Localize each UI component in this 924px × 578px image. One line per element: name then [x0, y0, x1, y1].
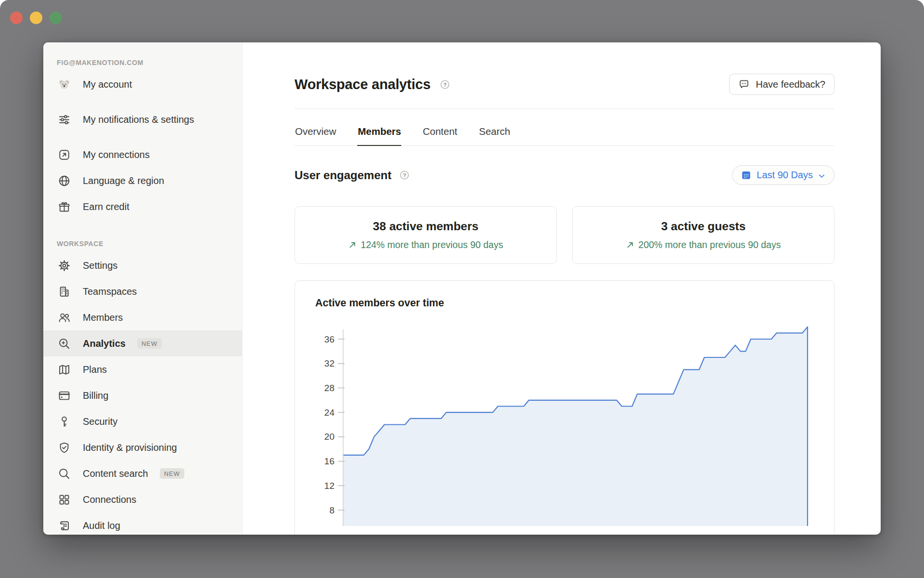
sidebar-item-label: Language & region: [83, 174, 164, 187]
svg-text:20: 20: [324, 432, 334, 442]
sidebar-item-label: Members: [83, 311, 123, 324]
sidebar-item-label: Identity & provisioning: [83, 441, 177, 454]
svg-text:8: 8: [329, 505, 334, 515]
sidebar-item-label: Billing: [83, 389, 108, 402]
active-guests-card: 3 active guests 200% more than previous …: [572, 206, 834, 264]
avatar-icon: [57, 77, 71, 92]
people-icon: [57, 310, 71, 325]
svg-text:16: 16: [324, 456, 334, 466]
sidebar-item-connections[interactable]: Connections: [43, 486, 242, 512]
account-section-label: FIG@MAKENOTION.COM: [43, 54, 242, 71]
sidebar-item-identity-provisioning[interactable]: Identity & provisioning: [43, 434, 242, 460]
active-members-card: 38 active members 124% more than previou…: [295, 206, 557, 264]
sidebar-item-my-connections[interactable]: My connections: [43, 142, 242, 168]
svg-text:28: 28: [324, 383, 334, 393]
sidebar-item-security[interactable]: Security: [43, 408, 242, 434]
svg-text:12: 12: [324, 481, 334, 491]
minimize-button[interactable]: [30, 12, 42, 24]
desktop-background: FIG@MAKENOTION.COM My accountMy notifica…: [0, 0, 924, 578]
sidebar-item-label: Content search: [83, 467, 148, 480]
svg-text:?: ?: [443, 81, 447, 87]
active-members-chart: 363228242016128: [295, 316, 834, 526]
page-header: Workspace analytics ? Have feedback?: [295, 73, 834, 95]
analytics-tabs: OverviewMembersContentSearch: [295, 121, 834, 146]
workspace-nav: SettingsTeamspacesMembersAnalyticsNEWPla…: [43, 252, 242, 535]
window-controls: [10, 12, 62, 24]
settings-sidebar: FIG@MAKENOTION.COM My accountMy notifica…: [43, 42, 243, 535]
sidebar-item-teamspaces[interactable]: Teamspaces: [43, 278, 242, 304]
user-engagement-heading: User engagement: [295, 169, 391, 182]
sidebar-item-label: Teamspaces: [83, 285, 137, 298]
sidebar-item-label: Connections: [83, 493, 136, 506]
active-members-value: 38 active members: [373, 220, 478, 233]
stat-cards-row: 38 active members 124% more than previou…: [295, 206, 834, 264]
tab-members[interactable]: Members: [357, 121, 401, 145]
sidebar-item-analytics[interactable]: AnalyticsNEW: [43, 330, 242, 356]
active-members-chart-card: Active members over time 363228242016128: [295, 280, 834, 535]
trend-up-icon: [626, 241, 634, 249]
gear-icon: [57, 258, 71, 273]
sidebar-item-label: Plans: [83, 363, 107, 376]
sidebar-item-billing[interactable]: Billing: [43, 382, 242, 408]
sidebar-item-plans[interactable]: Plans: [43, 356, 242, 382]
tab-content[interactable]: Content: [422, 121, 458, 145]
scroll-icon: [57, 518, 71, 533]
credit-card-icon: [57, 388, 71, 403]
sidebar-item-settings[interactable]: Settings: [43, 252, 242, 278]
active-members-delta: 124% more than previous 90 days: [348, 239, 503, 250]
help-icon[interactable]: ?: [439, 79, 450, 90]
active-guests-delta: 200% more than previous 90 days: [626, 239, 781, 250]
sliders-icon: [57, 112, 71, 127]
sidebar-item-label: Security: [83, 415, 117, 428]
engagement-help-icon[interactable]: ?: [399, 170, 410, 181]
map-icon: [57, 362, 71, 377]
account-nav: My accountMy notifications & settingsMy …: [43, 71, 242, 220]
new-badge: NEW: [160, 468, 184, 479]
sidebar-item-my-notifications-settings[interactable]: My notifications & settings: [43, 97, 242, 142]
workspace-section-label: WORKSPACE: [43, 235, 242, 252]
sidebar-item-earn-credit[interactable]: Earn credit: [43, 194, 242, 220]
user-engagement-row: User engagement ? Last 90 Days: [295, 165, 834, 185]
magnifier-sparkle-icon: [57, 336, 71, 351]
svg-text:?: ?: [403, 172, 407, 178]
feedback-bubble-icon: [738, 79, 750, 90]
close-button[interactable]: [10, 12, 23, 24]
sidebar-item-label: Earn credit: [83, 200, 129, 213]
sidebar-item-language-region[interactable]: Language & region: [43, 168, 242, 194]
globe-icon: [57, 173, 71, 188]
magnifier-icon: [57, 466, 71, 481]
grid-icon: [57, 492, 71, 507]
chevron-down-icon: [818, 172, 826, 180]
svg-text:24: 24: [324, 407, 335, 418]
svg-text:32: 32: [324, 358, 334, 368]
sidebar-item-label: My connections: [83, 148, 150, 161]
page-title: Workspace analytics: [295, 77, 431, 92]
arrow-up-right-box-icon: [57, 147, 71, 162]
sidebar-item-my-account[interactable]: My account: [43, 71, 242, 97]
sidebar-item-members[interactable]: Members: [43, 304, 242, 330]
key-icon: [57, 414, 71, 429]
zoom-button[interactable]: [50, 12, 62, 24]
trend-up-icon: [348, 241, 357, 249]
calendar-icon: [741, 170, 752, 181]
date-range-dropdown[interactable]: Last 90 Days: [732, 165, 834, 185]
sidebar-item-label: Settings: [83, 259, 117, 272]
tab-overview[interactable]: Overview: [295, 121, 336, 145]
sidebar-item-content-search[interactable]: Content searchNEW: [43, 460, 242, 486]
sidebar-item-label: Analytics: [83, 337, 126, 350]
active-guests-value: 3 active guests: [661, 220, 746, 233]
tab-search[interactable]: Search: [478, 121, 511, 145]
header-divider: [295, 108, 834, 109]
have-feedback-button[interactable]: Have feedback?: [729, 74, 834, 95]
area-chart-canvas: 363228242016128: [295, 316, 834, 526]
sidebar-item-audit-log[interactable]: Audit log: [43, 512, 242, 535]
shield-check-icon: [57, 440, 71, 455]
sidebar-item-label: Audit log: [83, 519, 120, 532]
chart-title: Active members over time: [295, 281, 834, 309]
settings-window: FIG@MAKENOTION.COM My accountMy notifica…: [43, 42, 881, 535]
gift-icon: [57, 199, 71, 214]
main-content: Workspace analytics ? Have feedback? Ove…: [243, 42, 881, 535]
new-badge: NEW: [137, 338, 162, 349]
sidebar-item-label: My account: [83, 78, 132, 91]
building-icon: [57, 284, 71, 299]
